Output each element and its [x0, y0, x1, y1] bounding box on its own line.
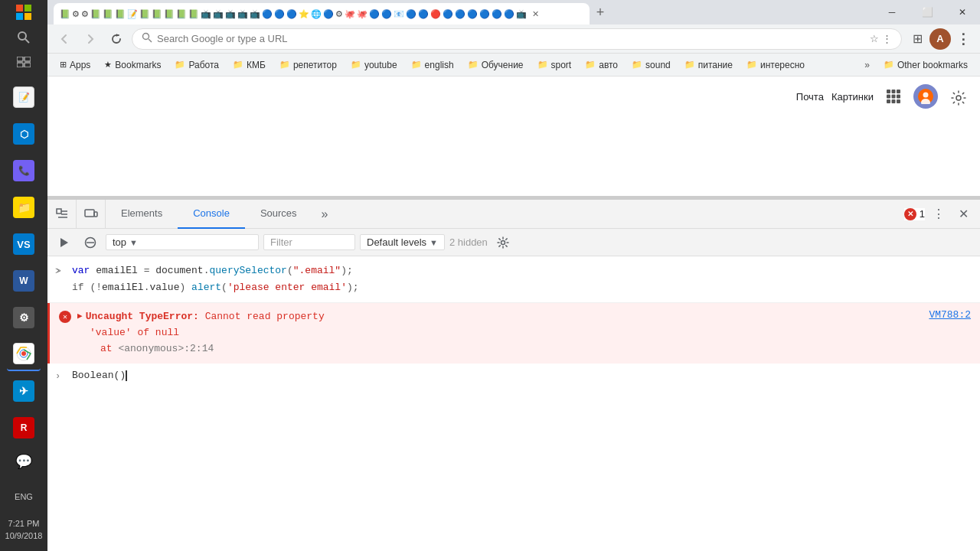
- profile-avatar[interactable]: А: [929, 28, 951, 50]
- levels-dropdown-icon: ▼: [430, 238, 438, 247]
- bookmark-sport[interactable]: 📁 sport: [531, 58, 578, 72]
- svg-rect-23: [897, 99, 900, 103]
- taskbar-word-icon[interactable]: W: [7, 264, 41, 298]
- taskbar-task-view-button[interactable]: [0, 50, 47, 74]
- bookmark-obuchenie[interactable]: 📁 Обучение: [462, 58, 530, 72]
- error-message-text: Uncaught TypeError: Cannot read property: [86, 309, 926, 325]
- taskbar-viber-icon[interactable]: 📞: [7, 154, 41, 187]
- profile-icon[interactable]: А: [929, 28, 951, 50]
- devtools-tab-sources[interactable]: Sources: [245, 200, 312, 229]
- error-at-text: at <anonymous>:2:14: [77, 341, 971, 357]
- bookmark-pitanie[interactable]: 📁 питание: [678, 58, 739, 72]
- devtools-more-tabs-button[interactable]: »: [312, 200, 338, 229]
- bookmark-rabota[interactable]: 📁 Работа: [168, 58, 225, 72]
- taskbar-vscode2-icon[interactable]: VS: [7, 227, 41, 261]
- chrome-minimize-button[interactable]: ─: [874, 0, 910, 24]
- extensions-icon[interactable]: ⊞: [906, 28, 928, 50]
- svg-point-13: [143, 34, 149, 40]
- svg-rect-21: [887, 99, 890, 103]
- google-mail-link[interactable]: Почта: [796, 91, 824, 103]
- active-tab-close-button[interactable]: ✕: [529, 8, 541, 20]
- taskbar-notepad-icon[interactable]: 📝: [7, 80, 41, 114]
- svg-rect-32: [85, 210, 94, 217]
- taskbar-settings-icon[interactable]: ⚙: [7, 301, 41, 334]
- taskbar-recorder-icon[interactable]: R: [7, 411, 41, 445]
- error-expand-icon[interactable]: ▶: [77, 311, 83, 321]
- main-area: 📗 ⚙ ⚙ 📗 📗 📗 📝 📗 📗 📗 📗 📗 📺 📺 📺 📺: [47, 0, 980, 551]
- devtools-tab-console[interactable]: Console: [178, 200, 245, 229]
- devtools-tab-elements[interactable]: Elements: [106, 200, 178, 229]
- bookmark-apps-label: Apps: [70, 60, 90, 70]
- bookmark-repetitor[interactable]: 📁 репетитор: [273, 58, 343, 72]
- customize-icon[interactable]: ⋮: [882, 33, 892, 44]
- chrome-active-tab[interactable]: 📗 ⚙ ⚙ 📗 📗 📗 📝 📗 📗 📗 📗 📗 📺 📺 📺 📺: [54, 3, 590, 24]
- devtools-inspect-button[interactable]: [47, 200, 77, 229]
- chrome-close-button[interactable]: ✕: [945, 0, 980, 24]
- console-clear-button[interactable]: [80, 232, 101, 253]
- console-input-text[interactable]: Boolean(): [72, 370, 127, 381]
- taskbar-vscode-icon[interactable]: ⬡: [7, 117, 41, 151]
- chrome-menu-icon[interactable]: ⋮: [952, 28, 974, 50]
- bookmark-youtube[interactable]: 📁 youtube: [345, 58, 403, 72]
- forward-button[interactable]: [80, 28, 101, 50]
- chrome-titlebar: 📗 ⚙ ⚙ 📗 📗 📗 📝 📗 📗 📗 📗 📗 📺 📺 📺 📺: [47, 0, 980, 24]
- svg-rect-8: [17, 63, 23, 67]
- console-input-arrow: ›: [55, 371, 60, 382]
- google-apps-grid-icon[interactable]: [881, 84, 906, 109]
- bookmark-interesno[interactable]: 📁 интересно: [740, 58, 811, 72]
- console-filter-input[interactable]: Filter: [263, 234, 355, 250]
- windows-start-button[interactable]: [0, 0, 47, 24]
- folder-icon-9: 📁: [632, 60, 642, 70]
- console-context-label: top: [113, 236, 126, 248]
- svg-point-12: [21, 351, 26, 356]
- google-images-link[interactable]: Картинки: [831, 91, 874, 103]
- bookmark-star-icon[interactable]: ☆: [870, 33, 879, 44]
- error-location-link[interactable]: VM788:2: [929, 309, 971, 321]
- page-content: Почта Картинки: [47, 77, 980, 196]
- svg-point-27: [956, 96, 961, 100]
- bookmark-sport-label: sport: [551, 60, 572, 70]
- svg-rect-9: [24, 63, 31, 67]
- bookmark-sound[interactable]: 📁 sound: [626, 58, 677, 72]
- folder-icon-8: 📁: [585, 60, 596, 70]
- console-levels-dropdown[interactable]: Default levels ▼: [360, 234, 445, 250]
- bookmarks-more-button[interactable]: »: [860, 58, 874, 72]
- star-icon: ★: [104, 60, 112, 70]
- new-tab-button[interactable]: +: [590, 2, 611, 23]
- console-settings-button[interactable]: [492, 232, 514, 253]
- taskbar-chrome-icon[interactable]: [7, 337, 41, 371]
- error-circle-icon: ✕: [59, 311, 71, 323]
- taskbar-chat-button[interactable]: 💬: [0, 445, 47, 478]
- bookmarks-bar: ⊞ Apps ★ Bookmarks 📁 Работа 📁 КМБ 📁 репе…: [47, 54, 980, 77]
- taskbar-explorer-icon[interactable]: 📁: [7, 191, 41, 224]
- google-profile-avatar[interactable]: [913, 84, 938, 109]
- back-button[interactable]: [54, 28, 75, 50]
- console-body[interactable]: › var emailEl = document.querySelector("…: [47, 256, 980, 551]
- svg-point-37: [501, 240, 505, 244]
- page-settings-icon[interactable]: [946, 86, 971, 110]
- devtools-tabs: Elements Console Sources »: [106, 200, 904, 229]
- taskbar-telegram-icon[interactable]: ✈: [7, 374, 41, 408]
- bookmark-other[interactable]: 📁 Other bookmarks: [877, 58, 974, 72]
- bookmark-kmb[interactable]: 📁 КМБ: [227, 58, 272, 72]
- bookmark-apps[interactable]: ⊞ Apps: [54, 58, 96, 72]
- bookmark-avto[interactable]: 📁 авто: [579, 58, 624, 72]
- bookmark-repetitor-label: репетитор: [293, 60, 337, 70]
- console-input-line[interactable]: › Boolean(): [47, 364, 980, 387]
- svg-rect-19: [892, 95, 896, 99]
- console-toolbar: top ▼ Filter Default levels ▼ 2 hidden: [47, 229, 980, 256]
- taskbar-app-icons: 📝 ⬡ 📞 📁 VS W: [7, 80, 41, 445]
- console-context-selector[interactable]: top ▼: [106, 234, 259, 250]
- console-run-button[interactable]: [54, 232, 75, 253]
- svg-rect-16: [892, 90, 896, 93]
- devtools-responsive-button[interactable]: [77, 200, 106, 229]
- bookmark-english[interactable]: 📁 english: [405, 58, 460, 72]
- address-bar[interactable]: Search Google or type a URL ☆ ⋮: [132, 28, 902, 50]
- chrome-maximize-button[interactable]: ⬜: [910, 0, 945, 24]
- taskbar-search-button[interactable]: [0, 24, 47, 49]
- reload-button[interactable]: [106, 28, 127, 50]
- devtools-close-button[interactable]: ✕: [952, 204, 974, 225]
- error-badge: ✕ 1: [904, 208, 925, 220]
- bookmark-bookmarks[interactable]: ★ Bookmarks: [98, 58, 167, 72]
- devtools-menu-button[interactable]: ⋮: [928, 204, 949, 225]
